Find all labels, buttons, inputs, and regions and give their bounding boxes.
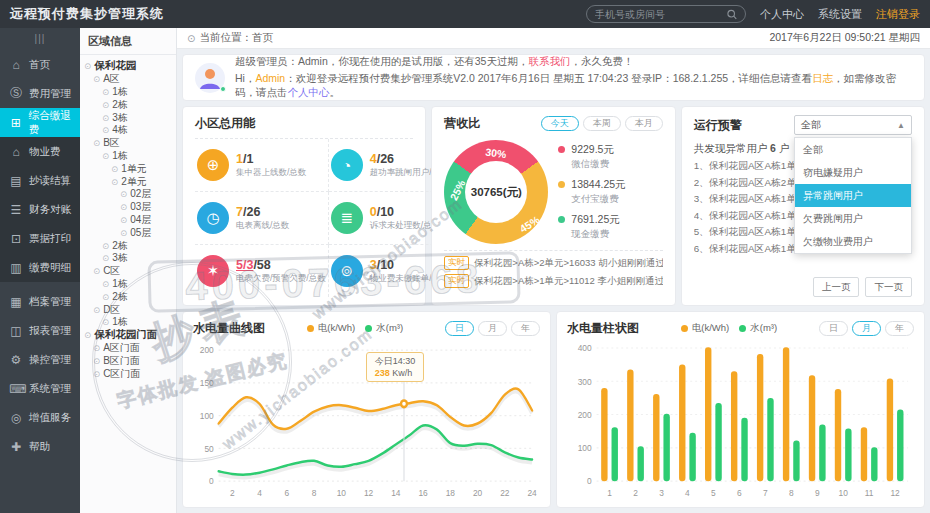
tree-expander-icon[interactable]: ⊙ <box>120 228 127 238</box>
svg-text:11: 11 <box>865 488 874 498</box>
tree-node-20[interactable]: ⊙1栋 <box>82 316 174 329</box>
sidebar-item-9[interactable]: ◫报表管理 <box>0 316 80 345</box>
tree-node-18[interactable]: ⊙2栋 <box>82 290 174 303</box>
tree-node-7[interactable]: ⊙1栋 <box>82 150 174 163</box>
tree-expander-icon[interactable]: ⊙ <box>120 215 127 225</box>
search-input[interactable] <box>595 9 727 20</box>
sidebar-item-10[interactable]: ⚙操控管理 <box>0 345 80 374</box>
dropdown-option-0[interactable]: 全部 <box>795 138 911 161</box>
tree-node-21[interactable]: ⊙保利花园门面 <box>82 329 174 342</box>
tree-node-8[interactable]: ⊙1单元 <box>82 162 174 175</box>
bar-电(k/Wh)-2 <box>627 370 633 482</box>
sidebar-item-3[interactable]: ⌂物业费 <box>0 137 80 166</box>
pager-button-prev[interactable]: 上一页 <box>813 277 860 297</box>
sidebar-item-2[interactable]: ⊞综合缴退费 <box>0 108 80 137</box>
tree-expander-icon[interactable]: ⊙ <box>102 125 109 135</box>
sidebar-item-11[interactable]: ⌨系统管理 <box>0 374 80 403</box>
top-link-0[interactable]: 个人中心 <box>760 7 804 22</box>
bar-chart-tab-日[interactable]: 日 <box>819 321 848 336</box>
sidebar-item-0[interactable]: ⌂首页 <box>0 50 80 79</box>
tree-expander-icon[interactable]: ⊙ <box>120 189 127 199</box>
revenue-tab-今天[interactable]: 今天 <box>541 116 579 131</box>
tree-expander-icon[interactable]: ⊙ <box>93 138 100 148</box>
tree-expander-icon[interactable]: ⊙ <box>93 74 100 84</box>
tree-expander-icon[interactable]: ⊙ <box>102 241 109 251</box>
tree-expander-icon[interactable]: ⊙ <box>102 87 109 97</box>
tree-node-19[interactable]: ⊙D区 <box>82 303 174 316</box>
tree-expander-icon[interactable]: ⊙ <box>102 100 109 110</box>
pager-button-next[interactable]: 下一页 <box>865 277 912 297</box>
line-chart-tab-年[interactable]: 年 <box>511 321 540 336</box>
tree-expander-icon[interactable]: ⊙ <box>93 356 100 366</box>
tree-node-4[interactable]: ⊙3栋 <box>82 111 174 124</box>
tree-node-10[interactable]: ⊙02层 <box>82 188 174 201</box>
tree-expander-icon[interactable]: ⊙ <box>102 292 109 302</box>
sidebar-item-label: 操控管理 <box>29 353 71 367</box>
tree-node-13[interactable]: ⊙05层 <box>82 226 174 239</box>
tree-node-5[interactable]: ⊙4栋 <box>82 124 174 137</box>
tree-node-16[interactable]: ⊙C区 <box>82 265 174 278</box>
dropdown-option-2[interactable]: 异常跳闸用户 <box>795 184 911 207</box>
warning-filter-select[interactable]: 全部 ▲ <box>794 115 912 135</box>
svg-text:22: 22 <box>500 488 509 498</box>
sidebar-item-6[interactable]: ⊡票据打印 <box>0 224 80 253</box>
revenue-tab-本周[interactable]: 本周 <box>583 116 621 131</box>
tree-expander-icon[interactable]: ⊙ <box>102 253 109 263</box>
tree-node-0[interactable]: ⊙保利花园 <box>82 60 174 73</box>
sidebar-collapse-icon[interactable]: ||| <box>0 28 80 50</box>
dropdown-option-1[interactable]: 窃电嫌疑用户 <box>795 161 911 184</box>
bar-电(k/Wh)-4 <box>679 365 685 482</box>
top-link-2[interactable]: 注销登录 <box>876 7 920 22</box>
svg-text:8: 8 <box>312 488 317 498</box>
tree-expander-icon[interactable]: ⊙ <box>84 61 91 71</box>
tree-expander-icon[interactable]: ⊙ <box>93 305 100 315</box>
dropdown-option-4[interactable]: 欠缴物业费用户 <box>795 230 911 253</box>
finance-check-icon: ☰ <box>9 203 23 217</box>
sidebar-item-7[interactable]: ▥缴费明细 <box>0 253 80 282</box>
tree-expander-icon[interactable]: ⊙ <box>93 343 100 353</box>
tree-node-22[interactable]: ⊙A区门面 <box>82 342 174 355</box>
sidebar-item-8[interactable]: ▦档案管理 <box>0 287 80 316</box>
tree-expander-icon[interactable]: ⊙ <box>102 113 109 123</box>
bar-chart-tab-年[interactable]: 年 <box>885 321 914 336</box>
top-link-1[interactable]: 系统设置 <box>818 7 862 22</box>
stat-value-total: /10 <box>377 258 394 272</box>
tree-expander-icon[interactable]: ⊙ <box>120 202 127 212</box>
tree-expander-icon[interactable]: ⊙ <box>102 279 109 289</box>
sidebar-item-13[interactable]: ✚帮助 <box>0 432 80 461</box>
tree-expander-icon[interactable]: ⊙ <box>93 369 100 379</box>
tree-node-1[interactable]: ⊙A区 <box>82 73 174 86</box>
tree-node-15[interactable]: ⊙3栋 <box>82 252 174 265</box>
tree-node-6[interactable]: ⊙B区 <box>82 137 174 150</box>
tree-node-9[interactable]: ⊙2单元 <box>82 175 174 188</box>
tree-node-14[interactable]: ⊙2栋 <box>82 239 174 252</box>
sidebar-item-4[interactable]: ▤抄读结算 <box>0 166 80 195</box>
tree-expander-icon[interactable]: ⊙ <box>102 317 109 327</box>
bar-水(m³)-12 <box>897 410 903 482</box>
tree-node-24[interactable]: ⊙C区门面 <box>82 367 174 380</box>
line-chart-tab-月[interactable]: 月 <box>478 321 507 336</box>
tree-expander-icon[interactable]: ⊙ <box>84 330 91 340</box>
tree-node-11[interactable]: ⊙03层 <box>82 201 174 214</box>
line-chart-card: 水电量曲线图 电(k/Wh)水(m³) 日月年 0501001502002468… <box>182 311 551 508</box>
bar-chart-tab-月[interactable]: 月 <box>852 321 881 336</box>
revenue-tab-本月[interactable]: 本月 <box>625 116 663 131</box>
sidebar-item-1[interactable]: Ⓢ费用管理 <box>0 79 80 108</box>
tree-node-12[interactable]: ⊙04层 <box>82 214 174 227</box>
tree-expander-icon[interactable]: ⊙ <box>111 177 118 187</box>
tree-node-17[interactable]: ⊙1栋 <box>82 278 174 291</box>
tree-expander-icon[interactable]: ⊙ <box>93 266 100 276</box>
bar-水(m³)-11 <box>871 447 877 481</box>
tree-node-3[interactable]: ⊙2栋 <box>82 98 174 111</box>
meter-settle-icon: ▤ <box>9 174 23 188</box>
global-search[interactable] <box>586 5 746 23</box>
tree-node-2[interactable]: ⊙1栋 <box>82 86 174 99</box>
line-chart-tab-日[interactable]: 日 <box>445 321 474 336</box>
tree-expander-icon[interactable]: ⊙ <box>102 151 109 161</box>
sidebar-item-12[interactable]: ◎增值服务 <box>0 403 80 432</box>
tree-expander-icon[interactable]: ⊙ <box>111 164 118 174</box>
stat-value-highlight: 7 <box>236 205 243 219</box>
tree-node-23[interactable]: ⊙B区门面 <box>82 354 174 367</box>
sidebar-item-5[interactable]: ☰财务对账 <box>0 195 80 224</box>
dropdown-option-3[interactable]: 欠费跳闸用户 <box>795 207 911 230</box>
